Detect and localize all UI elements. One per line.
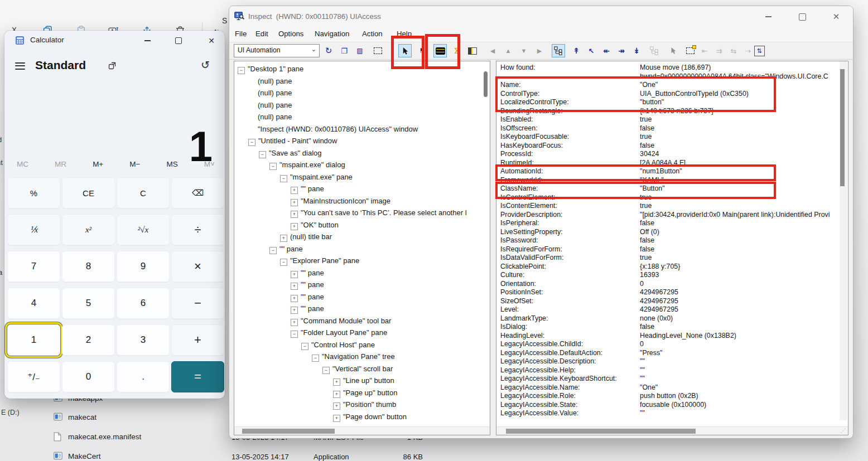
nav-prev-sibling-icon[interactable]: ↞ xyxy=(600,44,613,57)
inspect-minimize-button[interactable] xyxy=(758,9,778,24)
calc-key-=[interactable]: = xyxy=(171,361,224,392)
show-information-icon[interactable] xyxy=(466,44,479,57)
tree-item[interactable]: −"mspaint.exe" dialog xyxy=(234,159,482,171)
tree-view-icon[interactable] xyxy=(552,44,565,57)
inspect-titlebar[interactable]: Inspect (HWND: 0x00110786) UIAccess ✕ xyxy=(229,6,853,27)
property-row[interactable]: LegacyIAccessible.Value:"" xyxy=(496,409,840,418)
api-mode-dropdown[interactable]: UI Automation ⌄ xyxy=(234,44,320,57)
properties-pane[interactable]: How found:Mouse move (186,697)hwnd=0x000… xyxy=(496,61,848,435)
property-row[interactable]: LegacyIAccessible.Description:"" xyxy=(496,357,840,366)
property-row[interactable]: IsPeripheral:false xyxy=(496,219,840,228)
calc-key-4[interactable]: 4 xyxy=(7,288,60,319)
tree-item[interactable]: (null) pane xyxy=(234,87,482,99)
tree-item[interactable]: +"Page up" button xyxy=(234,387,482,399)
calc-key-CE[interactable]: CE xyxy=(62,177,115,208)
tree-item[interactable]: −"Untitled - Paint" window xyxy=(234,135,482,147)
nav-up-icon[interactable]: ▲ xyxy=(501,44,515,57)
calc-key-%[interactable]: % xyxy=(7,177,60,208)
properties-vertical-scrollbar[interactable] xyxy=(840,61,847,420)
action-disabled-1-icon[interactable]: ⇤ xyxy=(698,44,711,57)
calculator-minimize-button[interactable] xyxy=(136,33,158,48)
property-row[interactable]: HeadingLevel:HeadingLevel_None (0x138B2) xyxy=(496,332,840,341)
tree-disabled-icon[interactable] xyxy=(648,44,661,57)
collapse-icon[interactable]: − xyxy=(259,151,266,158)
list-item-file[interactable]: MakeCert13-05-2025 14:17Application86 KB xyxy=(0,450,868,461)
tree-vertical-scrollbar-thumb[interactable] xyxy=(484,71,488,97)
tree-item[interactable]: +"You can’t save to ‘This PC’. Please se… xyxy=(234,207,482,219)
expand-icon[interactable]: + xyxy=(333,391,340,398)
tree-item[interactable]: −"mspaint.exe" pane xyxy=(234,171,482,183)
menu-options[interactable]: Options xyxy=(278,30,303,38)
collapse-icon[interactable]: − xyxy=(280,259,287,266)
property-row[interactable]: Orientation:0 xyxy=(496,280,840,289)
tree-item[interactable]: +"Line up" button xyxy=(234,375,482,387)
property-row[interactable]: RuntimeId:[2A A084A 4 F] xyxy=(496,159,840,168)
property-row[interactable]: LegacyIAccessible.Name:"One" xyxy=(496,384,840,392)
collapse-icon[interactable]: − xyxy=(322,367,330,374)
property-row[interactable]: IsOffscreen:false xyxy=(496,124,840,133)
action-disabled-3-icon[interactable]: ⇆ xyxy=(727,44,740,57)
nav-first-child-icon[interactable]: ↖ xyxy=(585,44,598,57)
keep-on-top-icon[interactable] xyxy=(108,62,116,72)
property-row[interactable]: LegacyIAccessible.DefaultAction:"Press" xyxy=(496,349,840,358)
calc-key-5[interactable]: 5 xyxy=(62,288,115,319)
expand-icon[interactable]: + xyxy=(333,378,340,386)
calc-key-x²[interactable]: x² xyxy=(62,214,115,245)
tree-item[interactable]: (null) pane xyxy=(234,99,482,111)
property-row[interactable]: IsDataValidForForm:true xyxy=(496,254,840,263)
calc-key-C[interactable]: C xyxy=(117,177,170,208)
property-row[interactable]: ControlType:UIA_ButtonControlTypeId (0xC… xyxy=(496,90,840,99)
collapse-icon[interactable]: − xyxy=(269,247,277,254)
property-row[interactable]: LegacyIAccessible.KeyboardShortcut:"" xyxy=(496,375,840,384)
calc-key-²√x[interactable]: ²√x xyxy=(117,214,170,245)
calc-key-+[interactable]: + xyxy=(171,324,224,356)
calc-key-⅟x[interactable]: ⅟x xyxy=(7,214,60,245)
tree-item[interactable]: −"" pane xyxy=(234,243,482,255)
menu-navigation[interactable]: Navigation xyxy=(315,30,349,38)
expand-icon[interactable]: + xyxy=(291,283,298,290)
expand-icon[interactable]: + xyxy=(280,235,287,242)
collapse-icon[interactable]: − xyxy=(238,67,245,74)
tree-item[interactable]: +"OK" button xyxy=(234,219,482,231)
expand-icon[interactable]: + xyxy=(291,199,298,206)
property-row[interactable]: IsKeyboardFocusable:true xyxy=(496,133,840,142)
tree-item[interactable]: (null) pane xyxy=(234,75,482,88)
calc-key-3[interactable]: 3 xyxy=(117,324,170,356)
property-row[interactable]: BoundingRectangle:{l:140 t:673 r:236 b:7… xyxy=(496,107,840,116)
properties-vertical-scrollbar-thumb[interactable] xyxy=(840,69,845,186)
calc-key-2[interactable]: 2 xyxy=(62,324,115,356)
calc-key-6[interactable]: 6 xyxy=(117,288,170,319)
refresh-icon[interactable]: ↻ xyxy=(322,44,335,57)
tree-item[interactable]: −"Explorer Pane" pane xyxy=(234,255,482,267)
tree-item[interactable]: +"" pane xyxy=(234,303,482,315)
property-row[interactable]: PositionInSet:4294967295 xyxy=(496,288,840,297)
calc-key-×[interactable]: × xyxy=(171,251,224,282)
tree-item[interactable]: "Inspect (HWND: 0x00110786) UIAccess" wi… xyxy=(234,123,482,135)
hourglass-icon[interactable]: ⋈ xyxy=(450,44,464,57)
tree-item[interactable]: +"" pane xyxy=(234,183,482,195)
collapse-icon[interactable]: − xyxy=(248,139,255,146)
property-row[interactable]: LegacyIAccessible.Help:"" xyxy=(496,366,840,375)
memory-button-MS[interactable]: MS xyxy=(167,160,178,168)
property-row[interactable]: IsDialog:false xyxy=(496,323,840,332)
expand-icon[interactable]: + xyxy=(291,319,298,326)
collapse-icon[interactable]: − xyxy=(269,163,277,170)
selection-rect-icon[interactable] xyxy=(371,44,384,57)
calc-key-⌫[interactable]: ⌫ xyxy=(171,177,224,208)
focus-rect-icon[interactable] xyxy=(683,44,697,57)
property-row[interactable]: LiveSettingProperty:Off (0) xyxy=(496,228,840,237)
properties-horizontal-scrollbar[interactable] xyxy=(496,426,848,435)
collapse-icon[interactable]: − xyxy=(301,343,308,350)
property-row[interactable]: Level:4294967295 xyxy=(496,305,840,314)
property-row[interactable]: ClassName:"Button" xyxy=(496,185,840,193)
tree-item[interactable]: +"" pane xyxy=(234,267,482,279)
collapse-icon[interactable]: − xyxy=(291,331,298,338)
settings-icon[interactable]: ▨ xyxy=(353,44,367,57)
expand-icon[interactable]: + xyxy=(291,271,298,278)
property-row[interactable]: Name:"One" xyxy=(496,81,840,90)
tree-item[interactable]: (null) pane xyxy=(234,111,482,123)
calc-key-−[interactable]: − xyxy=(171,288,224,319)
memory-button-M[interactable]: M˅ xyxy=(204,160,215,168)
expand-icon[interactable]: + xyxy=(291,307,298,314)
expand-icon[interactable]: + xyxy=(333,415,340,422)
